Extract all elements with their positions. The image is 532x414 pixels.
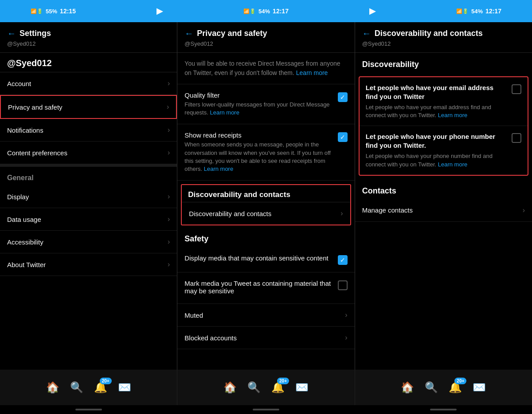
home-icon-3[interactable]: 🏠 (401, 381, 414, 394)
status-segment-3: 📶🔋 54% 12:17 (213, 0, 319, 22)
settings-panel: ← Settings @Syed012 @Syed012 Account › P… (0, 22, 177, 370)
muted-chevron: › (345, 311, 347, 319)
blocked-accounts-row[interactable]: Blocked accounts › (177, 327, 354, 349)
time-3: 12:17 (273, 8, 289, 15)
read-receipts-checkbox[interactable]: ✓ (338, 132, 348, 142)
muted-row[interactable]: Muted › (177, 304, 354, 327)
discover-header: ← Discoverability and contacts @Syed012 (355, 22, 532, 53)
yt-icon-4: ▶ (369, 6, 376, 16)
privacy-title: Privacy and safety (197, 29, 267, 38)
privacy-header: ← Privacy and safety @Syed012 (177, 22, 354, 53)
privacy-back-arrow[interactable]: ← (184, 28, 193, 39)
yt-icon-2: ▶ (156, 6, 163, 16)
quality-filter-row: Quality filter Filters lower-quality mes… (177, 84, 354, 124)
battery-3: 54% (258, 8, 270, 15)
discover-back-arrow[interactable]: ← (362, 28, 371, 39)
sensitive-media-checkbox[interactable]: ✓ (338, 255, 348, 265)
privacy-intro-link[interactable]: Learn more (296, 69, 328, 76)
settings-menu-data[interactable]: Data usage › (0, 208, 177, 231)
settings-menu-notifications[interactable]: Notifications › (0, 119, 177, 142)
settings-username: @Syed012 (0, 53, 177, 72)
settings-menu-account[interactable]: Account › (0, 72, 177, 95)
accessibility-label: Accessibility (7, 238, 43, 246)
contacts-title: Contacts (355, 179, 532, 199)
notifications-label: Notifications (7, 126, 43, 134)
settings-menu-content[interactable]: Content preferences › (0, 142, 177, 164)
read-receipts-row: Show read receipts When someone sends yo… (177, 124, 354, 181)
home-icon-2[interactable]: 🏠 (223, 381, 237, 394)
mail-icon-1[interactable]: ✉️ (118, 381, 131, 394)
bell-icon-1[interactable]: 🔔 20+ (94, 381, 107, 394)
bell-icon-3[interactable]: 🔔 20+ (449, 381, 462, 394)
sensitive-media-title: Display media that may contain sensitive… (184, 254, 332, 262)
account-label: Account (7, 80, 31, 87)
home-indicator-row (0, 405, 532, 414)
sensitive-media-row: Display media that may contain sensitive… (177, 247, 354, 272)
settings-subtitle: @Syed012 (7, 40, 170, 47)
read-receipts-desc: When someone sends you a message, people… (184, 141, 332, 173)
status-segment-2: ▶ (106, 0, 213, 22)
quality-filter-link[interactable]: Learn more (210, 109, 239, 116)
display-label: Display (7, 193, 29, 201)
bottom-nav-3: 🏠 🔍 🔔 20+ ✉️ (355, 370, 532, 405)
bottom-nav-2: 🏠 🔍 🔔 20+ ✉️ (177, 370, 355, 405)
read-receipts-text: Show read receipts When someone sends yo… (184, 131, 332, 173)
search-icon-1[interactable]: 🔍 (70, 381, 83, 394)
settings-menu-about[interactable]: About Twitter › (0, 253, 177, 276)
email-discover-desc: Let people who have your email address f… (366, 103, 506, 119)
home-indicator-2 (177, 405, 355, 414)
mail-icon-2[interactable]: ✉️ (295, 381, 309, 394)
mark-sensitive-title: Mark media you Tweet as containing mater… (184, 280, 332, 295)
data-label: Data usage (7, 216, 41, 223)
settings-header: ← Settings @Syed012 (0, 22, 177, 53)
data-chevron: › (168, 215, 170, 223)
bottom-nav-1: 🏠 🔍 🔔 20+ ✉️ (0, 370, 177, 405)
discoverability-nav-item[interactable]: Discoverability and contacts › (182, 202, 350, 225)
home-indicator-bar-2 (253, 409, 279, 410)
mark-sensitive-text: Mark media you Tweet as containing mater… (184, 280, 332, 296)
phone-discover-row: Let people who have your phone number fi… (360, 126, 528, 174)
settings-menu-privacy[interactable]: Privacy and safety › (0, 95, 177, 119)
bell-icon-2[interactable]: 🔔 20+ (271, 381, 285, 394)
privacy-content: You will be able to receive Direct Messa… (177, 53, 354, 370)
about-chevron: › (168, 260, 170, 268)
read-receipts-link[interactable]: Learn more (204, 166, 233, 172)
discoverability-nav-label: Discoverability and contacts (189, 210, 271, 217)
phone-discover-checkbox[interactable] (512, 133, 521, 143)
email-discover-checkbox[interactable] (512, 84, 521, 94)
status-segment-1: 📶🔋 55% 12:15 (0, 0, 106, 22)
mail-icon-3[interactable]: ✉️ (473, 381, 486, 394)
nav-icons-3: 🏠 🔍 🔔 20+ ✉️ (401, 381, 486, 394)
settings-menu-accessibility[interactable]: Accessibility › (0, 231, 177, 253)
settings-title: Settings (20, 29, 51, 38)
search-icon-3[interactable]: 🔍 (425, 381, 438, 394)
mark-sensitive-checkbox[interactable] (338, 280, 348, 290)
about-label: About Twitter (7, 261, 46, 268)
email-discover-link[interactable]: Learn more (438, 112, 467, 118)
status-segment-5: 📶🔋 54% 12:17 (426, 0, 532, 22)
nav-icons-2: 🏠 🔍 🔔 20+ ✉️ (223, 381, 309, 394)
search-icon-2[interactable]: 🔍 (247, 381, 261, 394)
privacy-label: Privacy and safety (8, 103, 63, 111)
manage-contacts-row[interactable]: Manage contacts › (355, 199, 532, 222)
read-receipts-title: Show read receipts (184, 131, 332, 139)
settings-back-arrow[interactable]: ← (7, 28, 16, 39)
quality-filter-title: Quality filter (184, 91, 332, 99)
settings-content: @Syed012 Account › Privacy and safety › … (0, 53, 177, 370)
quality-filter-desc: Filters lower-quality messages from your… (184, 101, 332, 117)
home-indicator-1 (0, 405, 177, 414)
phone-discover-title: Let people who have your phone number fi… (366, 132, 506, 150)
time-5: 12:17 (485, 8, 501, 15)
settings-menu-display[interactable]: Display › (0, 185, 177, 208)
nav-badge-2: 20+ (277, 378, 289, 384)
phone-discover-link[interactable]: Learn more (438, 161, 467, 168)
quality-filter-checkbox[interactable]: ✓ (338, 92, 348, 102)
home-indicator-bar-3 (430, 409, 457, 410)
discover-panel: ← Discoverability and contacts @Syed012 … (355, 22, 532, 370)
accessibility-chevron: › (168, 238, 170, 246)
battery-5: 54% (471, 8, 483, 15)
discover-subtitle: @Syed012 (362, 40, 525, 47)
status-segment-4: ▶ (319, 0, 426, 22)
home-icon-1[interactable]: 🏠 (46, 381, 59, 394)
sensitive-media-text: Display media that may contain sensitive… (184, 254, 332, 264)
